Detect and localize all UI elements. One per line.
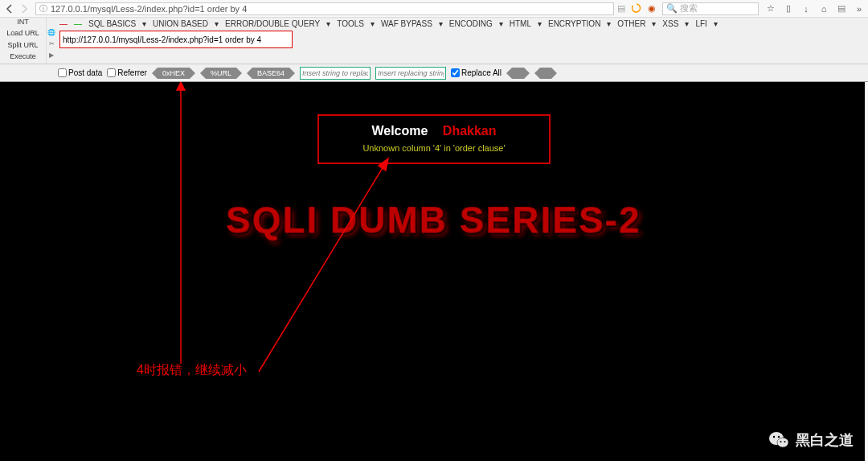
hackbar-url-input[interactable] [59, 31, 293, 48]
menu-sql-basics[interactable]: SQL BASICS [88, 19, 136, 28]
menu-tools[interactable]: TOOLS [337, 19, 364, 28]
browser-chrome: ⓘ 127.0.0.1/mysql/Less-2/index.php?id=1 … [0, 0, 868, 18]
hackbar-menus: — — SQL BASICS▾ UNION BASED▾ ERROR/DOUBL… [56, 18, 868, 29]
menu-dash-red: — [59, 19, 68, 28]
referrer-checkbox[interactable]: Referrer [107, 68, 147, 77]
search-box[interactable]: 🔍 搜索 [662, 2, 759, 15]
base64-encode-button[interactable]: BASE64 [247, 68, 295, 79]
search-placeholder: 搜索 [680, 2, 698, 14]
home-icon[interactable]: ⌂ [818, 3, 829, 14]
menu-html[interactable]: HTML [510, 19, 531, 28]
addon-icon[interactable]: ◉ [648, 3, 656, 14]
info-icon: ⓘ [39, 3, 47, 14]
replace-from-input[interactable] [300, 67, 371, 80]
watermark: 黑白之道 [768, 430, 854, 450]
menu-lfi[interactable]: LFI [695, 19, 706, 28]
downloads-icon[interactable]: ↓ [800, 3, 812, 14]
hackbar-toolbar: INT Load URL Split URL Execute 🌐 ✂ ▶ — —… [0, 18, 868, 64]
menu-encryption[interactable]: ENCRYPTION [548, 19, 600, 28]
refresh-icon[interactable] [632, 3, 641, 14]
svg-marker-3 [379, 158, 388, 171]
watermark-text: 黑白之道 [796, 430, 854, 450]
menu-other[interactable]: OTHER [617, 19, 645, 28]
hex-encode-button[interactable]: 0xHEX [152, 68, 195, 79]
svg-point-7 [778, 436, 780, 438]
split-url-icon[interactable]: ✂ [47, 40, 56, 51]
svg-point-9 [784, 441, 786, 442]
int-label: INT [0, 18, 47, 29]
post-data-checkbox[interactable]: Post data [58, 68, 102, 77]
search-icon: 🔍 [666, 3, 678, 14]
pocket-icon[interactable]: ▯ [783, 3, 794, 14]
sidebar-icon[interactable]: ▤ [836, 3, 847, 14]
menu-error-double[interactable]: ERROR/DOUBLE QUERY [225, 19, 320, 28]
aux-icon-1[interactable] [47, 18, 56, 29]
execute-icon[interactable]: ▶ [47, 51, 56, 63]
split-url-button[interactable]: Split URL [0, 41, 47, 52]
annotation-arrow-2 [0, 82, 868, 461]
back-button[interactable] [3, 2, 16, 15]
page-content: Welcome Dhakkan Unknown column '4' in 'o… [0, 82, 868, 461]
post-data-label: Post data [68, 68, 102, 77]
svg-point-5 [777, 438, 788, 447]
menu-union-based[interactable]: UNION BASED [153, 19, 208, 28]
load-url-button[interactable]: Load URL [0, 29, 47, 40]
menu-dash-green: — [74, 19, 82, 28]
replace-all-checkbox[interactable]: Replace All [451, 68, 502, 77]
url-text: 127.0.0.1/mysql/Less-2/index.php?id=1 or… [51, 4, 247, 14]
svg-point-8 [780, 441, 782, 442]
replace-go-button-2[interactable] [534, 68, 558, 79]
menu-xss[interactable]: XSS [662, 19, 678, 28]
url-encode-button[interactable]: %URL [200, 68, 242, 79]
referrer-label: Referrer [117, 68, 147, 77]
execute-button[interactable]: Execute [0, 52, 47, 64]
load-url-icon[interactable]: 🌐 [47, 29, 56, 40]
wechat-icon [768, 430, 789, 450]
svg-line-2 [259, 163, 386, 372]
url-bar[interactable]: ⓘ 127.0.0.1/mysql/Less-2/index.php?id=1 … [35, 2, 614, 15]
browser-right-icons: ▤ ◉ 🔍 搜索 ☆ ▯ ↓ ⌂ ▤ » [617, 2, 865, 15]
right-edge-slice [865, 82, 868, 461]
replace-go-button[interactable] [506, 68, 530, 79]
bookmark-star-icon[interactable]: ☆ [765, 3, 776, 14]
replace-all-label: Replace All [461, 68, 502, 77]
encoding-row: Post data Referrer 0xHEX %URL BASE64 Rep… [0, 64, 868, 82]
reader-icon[interactable]: ▤ [617, 3, 625, 14]
menu-waf-bypass[interactable]: WAF BYPASS [381, 19, 432, 28]
forward-button[interactable] [18, 2, 31, 15]
menu-encoding[interactable]: ENCODING [449, 19, 493, 28]
svg-point-6 [773, 436, 775, 438]
overflow-icon[interactable]: » [854, 3, 865, 14]
replace-to-input[interactable] [375, 67, 446, 80]
